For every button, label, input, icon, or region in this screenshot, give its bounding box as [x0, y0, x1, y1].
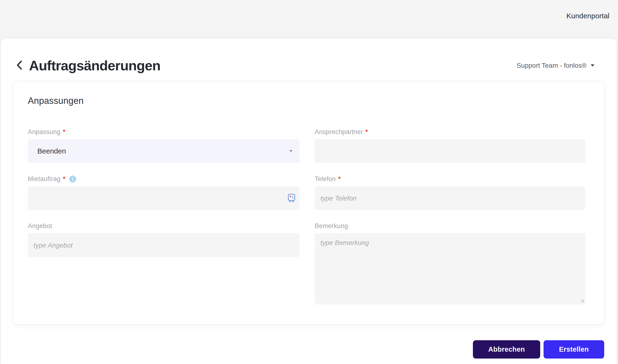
back-button[interactable]: [15, 59, 24, 72]
angebot-field-wrap: [28, 233, 300, 257]
anpassung-select-value: Beenden: [37, 147, 66, 155]
chevron-left-icon: [16, 60, 23, 71]
main-panel: Auftragsänderungen Support Team - fonlos…: [1, 39, 617, 364]
select-caret-icon: [289, 149, 293, 153]
section-title: Anpassungen: [28, 96, 585, 106]
submit-button[interactable]: Erstellen: [544, 340, 604, 359]
required-asterisk: *: [338, 175, 341, 183]
form-grid: Anpassung * Beenden Mietauftrag * i: [28, 128, 585, 305]
field-group-mietauftrag: Mietauftrag * i *: [28, 175, 300, 210]
anpassung-select[interactable]: Beenden: [28, 139, 300, 163]
page-header: Auftragsänderungen Support Team - fonlos…: [1, 39, 617, 73]
chevron-down-icon: [591, 64, 595, 68]
field-label-row: Anpassung *: [28, 128, 300, 136]
top-bar: Kundenportal: [0, 0, 618, 39]
page-title: Auftragsänderungen: [29, 57, 160, 73]
app-brand: Kundenportal: [566, 12, 609, 20]
required-asterisk: *: [365, 128, 368, 136]
field-group-anpassung: Anpassung * Beenden: [28, 128, 300, 163]
cancel-button[interactable]: Abbrechen: [473, 340, 540, 359]
field-label: Angebot: [28, 222, 52, 230]
field-label: Ansprechpartner: [315, 128, 363, 136]
field-group-ansprechpartner: Ansprechpartner *: [315, 128, 585, 163]
bemerkung-field-wrap: [315, 233, 585, 305]
required-field-icon[interactable]: *: [288, 194, 295, 203]
field-label-row: Ansprechpartner *: [315, 128, 585, 136]
account-label: Support Team - fonlos®: [517, 62, 587, 69]
actions-bar: Abbrechen Erstellen: [1, 340, 604, 359]
field-group-bemerkung: Bemerkung: [315, 222, 585, 305]
bemerkung-textarea[interactable]: [315, 233, 585, 305]
mietauftrag-field-wrap: *: [28, 186, 300, 210]
account-dropdown[interactable]: Support Team - fonlos®: [517, 62, 595, 69]
field-label: Telefon: [315, 175, 336, 183]
telefon-input[interactable]: [315, 186, 585, 210]
field-label-row: Angebot: [28, 222, 300, 230]
info-icon[interactable]: i: [69, 176, 76, 182]
angebot-input[interactable]: [28, 233, 300, 257]
field-group-telefon: Telefon *: [315, 175, 585, 210]
field-label: Mietauftrag: [28, 175, 60, 183]
field-label-row: Bemerkung: [315, 222, 585, 230]
ansprechpartner-input[interactable]: [315, 139, 585, 163]
field-label-row: Mietauftrag * i: [28, 175, 300, 183]
field-label: Bemerkung: [315, 222, 348, 230]
mietauftrag-input[interactable]: [28, 186, 300, 210]
telefon-field-wrap: [315, 186, 585, 210]
required-asterisk: *: [63, 175, 65, 183]
anpassungen-card: Anpassungen Anpassung * Beenden: [14, 82, 604, 324]
field-label: Anpassung: [28, 128, 60, 136]
required-asterisk: *: [63, 128, 65, 136]
svg-text:*: *: [289, 194, 292, 200]
field-label-row: Telefon *: [315, 175, 585, 183]
field-group-angebot: Angebot: [28, 222, 300, 257]
ansprechpartner-field-wrap: [315, 139, 585, 163]
